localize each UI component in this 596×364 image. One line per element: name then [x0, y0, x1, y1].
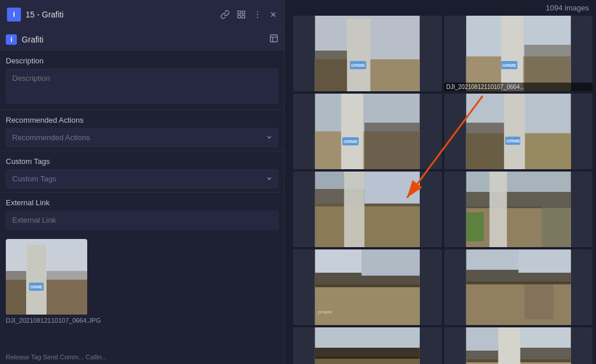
recommended-actions-label: Recommended Actions [6, 116, 279, 124]
external-link-section: External Link [0, 192, 284, 233]
left-panel: i 15 - Grafiti [0, 0, 285, 364]
thumbnail-area: GRME DJI_20210812110107_0664.JPG [0, 233, 284, 364]
svg-rect-65 [524, 284, 553, 319]
custom-tags-section: Custom Tags Custom Tags [0, 151, 284, 192]
grid-cell-4[interactable]: GRME [444, 94, 593, 169]
custom-tags-label: Custom Tags [6, 157, 279, 166]
svg-text:GRME: GRME [344, 139, 358, 144]
more-icon[interactable] [253, 10, 262, 19]
panel-header-right [220, 10, 277, 19]
link-icon[interactable] [220, 10, 230, 19]
grid-cell-1[interactable]: GRME [293, 16, 442, 91]
svg-rect-2 [238, 15, 241, 18]
svg-rect-49 [365, 172, 420, 204]
recommended-actions-select-wrapper: Recommended Actions [6, 128, 279, 147]
panel-icon: i [7, 8, 21, 22]
svg-point-5 [257, 14, 258, 15]
external-link-label: External Link [6, 198, 279, 207]
image-grid: GRME GRME DJI_20210812110107_0664... [290, 16, 596, 364]
right-panel: 1094 images GRME GRME DJI_2 [290, 0, 596, 364]
tag-row: i [0, 29, 284, 51]
panel-header-left: i 15 - Grafiti [7, 8, 63, 22]
svg-rect-23 [348, 19, 370, 91]
grid-cell-10[interactable] [444, 327, 593, 364]
grid-icon[interactable] [237, 10, 246, 19]
svg-rect-38 [365, 123, 420, 169]
panel-header: i 15 - Grafiti [0, 0, 284, 29]
svg-text:GRME: GRME [506, 138, 520, 144]
grid-cell-2[interactable]: GRME DJI_20210812110107_0664... [444, 16, 593, 91]
thumbnail-container[interactable]: GRME [6, 239, 87, 315]
close-icon[interactable] [269, 10, 277, 19]
svg-rect-55 [466, 212, 483, 241]
image-count: 1094 images [290, 0, 596, 16]
recommended-actions-select[interactable]: Recommended Actions [6, 128, 279, 147]
svg-rect-29 [501, 16, 523, 91]
tag-input[interactable] [22, 35, 265, 44]
svg-rect-15 [27, 245, 46, 315]
grid-cell-5[interactable] [293, 172, 442, 247]
svg-rect-18 [6, 271, 26, 315]
custom-tags-select-wrapper: Custom Tags [6, 169, 279, 188]
svg-rect-41 [504, 94, 524, 169]
svg-rect-64 [518, 249, 570, 273]
svg-rect-69 [315, 327, 420, 348]
svg-point-4 [257, 11, 258, 12]
description-section: Description [0, 51, 284, 109]
bottom-bar: Release Tag Send Comm... Callin... [0, 350, 284, 364]
svg-rect-35 [341, 94, 363, 169]
svg-text:GRME: GRME [502, 63, 516, 68]
svg-rect-52 [466, 192, 570, 208]
panel-title: 15 - Grafiti [26, 10, 63, 19]
svg-text:people: people [318, 309, 333, 315]
svg-point-6 [257, 16, 258, 17]
grid-cell-8[interactable] [444, 249, 593, 325]
panel-divider[interactable]: ⋮ [285, 0, 290, 364]
external-link-input[interactable] [6, 210, 279, 230]
grid-cell-label-2: DJI_20210812110107_0664... [444, 83, 593, 91]
svg-rect-0 [238, 11, 241, 14]
grid-cell-7[interactable]: people [293, 249, 442, 325]
svg-rect-26 [315, 51, 347, 91]
thumbnail-filename: DJI_20210812110107_0664.JPG [6, 317, 279, 324]
svg-rect-62 [466, 281, 570, 325]
svg-rect-46 [315, 204, 420, 247]
grid-cell-3[interactable]: GRME [293, 94, 442, 169]
description-textarea[interactable] [6, 69, 279, 104]
custom-tags-select[interactable]: Custom Tags [6, 169, 279, 188]
svg-rect-9 [270, 35, 277, 42]
svg-text:GRME: GRME [351, 63, 366, 68]
svg-rect-44 [466, 123, 504, 169]
svg-rect-74 [466, 327, 498, 351]
tag-badge: i [6, 34, 17, 45]
description-label: Description [6, 56, 279, 65]
svg-rect-73 [498, 327, 520, 364]
grid-cell-9[interactable] [293, 327, 442, 364]
grid-cell-6[interactable] [444, 172, 593, 247]
svg-rect-1 [242, 11, 245, 14]
svg-text:GRME: GRME [30, 285, 42, 289]
svg-rect-57 [315, 284, 420, 325]
svg-rect-59 [362, 249, 420, 276]
recommended-actions-section: Recommended Actions Recommended Actions [0, 110, 284, 151]
book-icon[interactable] [269, 34, 279, 45]
svg-rect-53 [489, 172, 506, 247]
svg-rect-19 [47, 271, 87, 315]
svg-rect-54 [541, 206, 570, 247]
svg-rect-48 [344, 172, 365, 247]
svg-rect-3 [242, 15, 245, 18]
